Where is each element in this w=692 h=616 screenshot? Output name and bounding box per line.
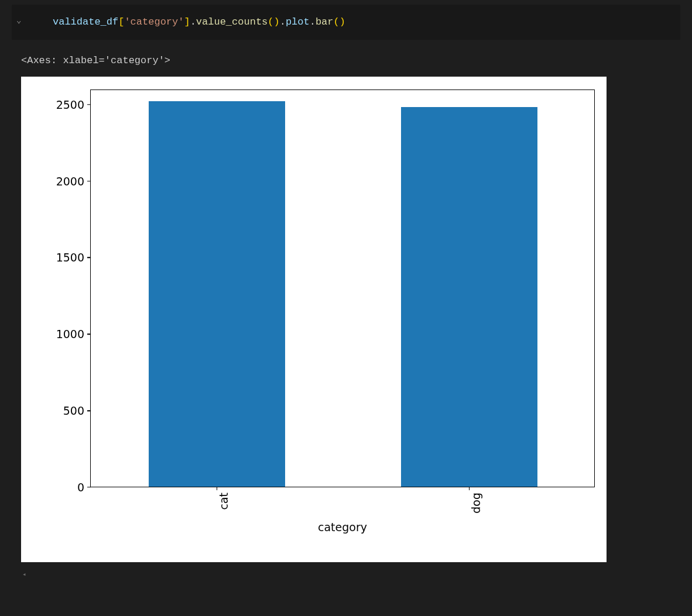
code-token: validate_df: [53, 16, 118, 27]
code-token: value_counts: [196, 16, 268, 27]
xtick-mark: [469, 487, 470, 490]
ytick-label: 0: [21, 481, 84, 494]
bar-cat: [149, 101, 285, 487]
code-token: bar: [316, 16, 334, 27]
code-token: .: [310, 16, 316, 27]
ytick-label: 1500: [21, 251, 84, 264]
code-token: ]: [184, 16, 190, 27]
xtick-mark: [217, 487, 218, 490]
x-axis-label: category: [318, 521, 367, 534]
ytick-label: 1000: [21, 328, 84, 340]
xtick-label: dog: [470, 493, 482, 514]
code-token: .: [190, 16, 196, 27]
code-input-block[interactable]: ⌄ validate_df['category'].value_counts()…: [12, 5, 680, 40]
code-token: (): [334, 16, 345, 27]
code-token: plot: [286, 16, 310, 27]
notebook-cell: ⌄ validate_df['category'].value_counts()…: [0, 5, 692, 578]
plot-area: catdogcategory: [90, 90, 595, 487]
output-scroll-caret[interactable]: ◂: [0, 568, 692, 578]
code-token: 'category': [124, 16, 184, 27]
ytick-label: 2000: [21, 175, 84, 188]
cell-collapse-chevron[interactable]: ⌄: [16, 15, 21, 25]
code-token: [: [118, 16, 124, 27]
code-token: (): [268, 16, 279, 27]
ytick-label: 2500: [21, 98, 84, 111]
code-line: validate_df['category'].value_counts().p…: [53, 15, 669, 29]
output-repr-text: <Axes: xlabel='category'>: [0, 44, 692, 77]
ytick-label: 500: [21, 404, 84, 417]
bar-dog: [401, 107, 537, 487]
code-token: .: [280, 16, 286, 27]
chart-figure: 05001000150020002500 catdogcategory: [21, 77, 607, 562]
xtick-label: cat: [217, 493, 230, 510]
